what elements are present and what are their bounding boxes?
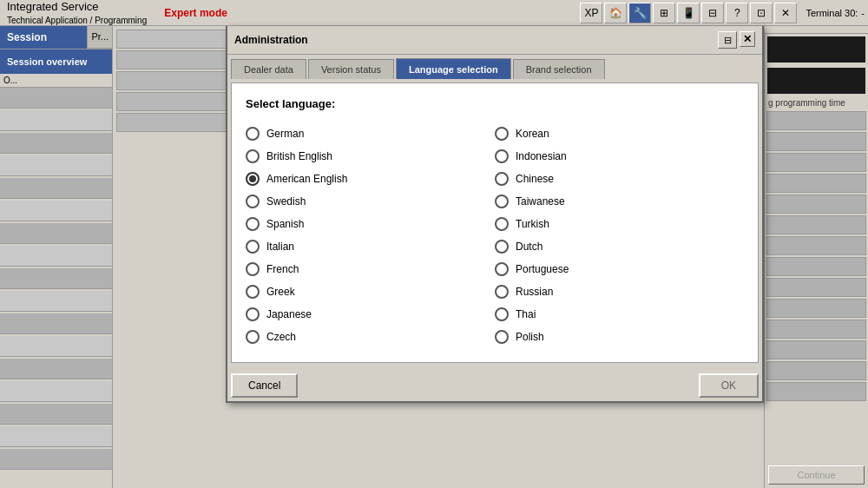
- terminal-gray-row: [766, 153, 866, 172]
- terminal-gray-row: [766, 132, 866, 151]
- radio-german[interactable]: [246, 127, 260, 141]
- radio-dutch[interactable]: [495, 240, 509, 254]
- language-label-german: German: [266, 128, 304, 140]
- language-option-polish[interactable]: Polish: [495, 326, 744, 348]
- language-option-greek[interactable]: Greek: [246, 280, 495, 303]
- tab-language-selection[interactable]: Language selection: [396, 58, 511, 79]
- sidebar-row: [0, 223, 112, 244]
- terminal-block: [767, 36, 865, 63]
- radio-czech[interactable]: [246, 330, 260, 344]
- terminal-gray-row: [766, 361, 866, 380]
- radio-swedish[interactable]: [246, 195, 260, 208]
- continue-button[interactable]: Continue: [768, 465, 865, 485]
- radio-taiwanese[interactable]: [495, 195, 509, 208]
- sidebar-row: [0, 336, 112, 357]
- terminal-info: Terminal 30: -: [806, 3, 865, 23]
- expert-mode-label: Expert mode: [164, 7, 227, 19]
- language-option-american-english[interactable]: American English: [246, 168, 495, 190]
- administration-modal: Administration ⊟ ✕ Dealer data Version s…: [226, 26, 764, 403]
- language-option-british-english[interactable]: British English: [246, 145, 495, 168]
- cancel-button[interactable]: Cancel: [231, 373, 298, 398]
- language-option-french[interactable]: French: [246, 258, 495, 280]
- radio-greek[interactable]: [246, 285, 260, 299]
- language-option-swedish[interactable]: Swedish: [246, 190, 495, 213]
- radio-russian[interactable]: [495, 285, 509, 299]
- radio-spanish[interactable]: [246, 217, 260, 231]
- modal-title: Administration: [234, 34, 308, 46]
- radio-british-english[interactable]: [246, 149, 260, 163]
- language-option-japanese[interactable]: Japanese: [246, 303, 495, 326]
- radio-american-english[interactable]: [246, 172, 260, 186]
- language-label-portuguese: Portuguese: [516, 263, 569, 275]
- sidebar-session-tab[interactable]: Session: [0, 26, 87, 49]
- help-button[interactable]: ?: [726, 3, 748, 23]
- xp-button[interactable]: XP: [580, 3, 602, 23]
- language-label-polish: Polish: [516, 331, 544, 343]
- close-button[interactable]: ✕: [774, 3, 797, 23]
- language-option-thai[interactable]: Thai: [495, 303, 744, 326]
- language-option-chinese[interactable]: Chinese: [495, 168, 744, 190]
- radio-italian[interactable]: [246, 240, 260, 254]
- modal-minimize-button[interactable]: ⊟: [718, 31, 737, 49]
- radio-turkish[interactable]: [495, 217, 509, 231]
- settings-button[interactable]: 🔧: [628, 3, 651, 23]
- sidebar-row: [0, 178, 112, 199]
- mobile-button[interactable]: 📱: [677, 3, 700, 23]
- top-bar: Integrated Service Technical Application…: [0, 0, 868, 26]
- window-button[interactable]: ⊡: [750, 3, 773, 23]
- sidebar-row: [0, 313, 112, 334]
- modal-close-button[interactable]: ✕: [740, 31, 755, 47]
- language-option-turkish[interactable]: Turkish: [495, 213, 744, 235]
- sidebar-prog-tab[interactable]: Pr...: [87, 26, 112, 49]
- language-label-taiwanese: Taiwanese: [516, 195, 565, 208]
- radio-chinese[interactable]: [495, 172, 509, 186]
- language-option-korean[interactable]: Korean: [495, 122, 744, 145]
- right-panel: g programming time Continue: [113, 26, 868, 488]
- session-overview-button[interactable]: Session overview: [0, 49, 112, 74]
- tab-version-status[interactable]: Version status: [308, 59, 394, 79]
- minus-button[interactable]: ⊟: [701, 3, 724, 23]
- language-label-italian: Italian: [266, 241, 294, 253]
- sidebar-row: [0, 155, 112, 176]
- sidebar-row: [0, 426, 112, 447]
- sidebar-row: [0, 88, 112, 109]
- app-title: Integrated Service Technical Application…: [7, 0, 147, 26]
- radio-indonesian[interactable]: [495, 149, 509, 163]
- language-column-right: Korean Indonesian Chinese Taiwanese: [495, 122, 744, 348]
- terminal-gray-row: [766, 236, 866, 255]
- tab-brand-selection[interactable]: Brand selection: [513, 59, 605, 79]
- radio-portuguese[interactable]: [495, 262, 509, 276]
- language-label-turkish: Turkish: [516, 218, 549, 230]
- radio-korean[interactable]: [495, 127, 509, 141]
- language-option-dutch[interactable]: Dutch: [495, 235, 744, 258]
- grid-button[interactable]: ⊞: [653, 3, 675, 23]
- ok-button[interactable]: OK: [699, 373, 759, 398]
- language-option-portuguese[interactable]: Portuguese: [495, 258, 744, 280]
- main-area: Session Pr... Session overview O...: [0, 26, 868, 488]
- language-label-swedish: Swedish: [266, 195, 306, 208]
- tab-dealer-data[interactable]: Dealer data: [231, 59, 306, 79]
- language-label-chinese: Chinese: [516, 173, 554, 185]
- terminal-block: [767, 68, 865, 94]
- language-label-czech: Czech: [266, 331, 296, 343]
- terminal-gray-rows: [765, 109, 868, 405]
- language-option-italian[interactable]: Italian: [246, 235, 495, 258]
- modal-tabs: Dealer data Version status Language sele…: [227, 55, 762, 79]
- language-label-thai: Thai: [516, 308, 536, 320]
- language-option-russian[interactable]: Russian: [495, 280, 744, 303]
- toolbar-icons: XP 🏠 🔧 ⊞ 📱 ⊟ ? ⊡ ✕ Terminal 30: -: [580, 3, 865, 23]
- sidebar-row: [0, 268, 112, 289]
- language-option-spanish[interactable]: Spanish: [246, 213, 495, 235]
- home-button[interactable]: 🏠: [604, 3, 627, 23]
- terminal-gray-row: [766, 174, 866, 193]
- sidebar-row: [0, 449, 112, 470]
- language-option-taiwanese[interactable]: Taiwanese: [495, 190, 744, 213]
- radio-thai[interactable]: [495, 307, 509, 321]
- radio-japanese[interactable]: [246, 307, 260, 321]
- language-option-indonesian[interactable]: Indonesian: [495, 145, 744, 168]
- language-option-czech[interactable]: Czech: [246, 326, 495, 348]
- radio-french[interactable]: [246, 262, 260, 276]
- radio-polish[interactable]: [495, 330, 509, 344]
- language-option-german[interactable]: German: [246, 122, 495, 145]
- language-label-british-english: British English: [266, 150, 332, 162]
